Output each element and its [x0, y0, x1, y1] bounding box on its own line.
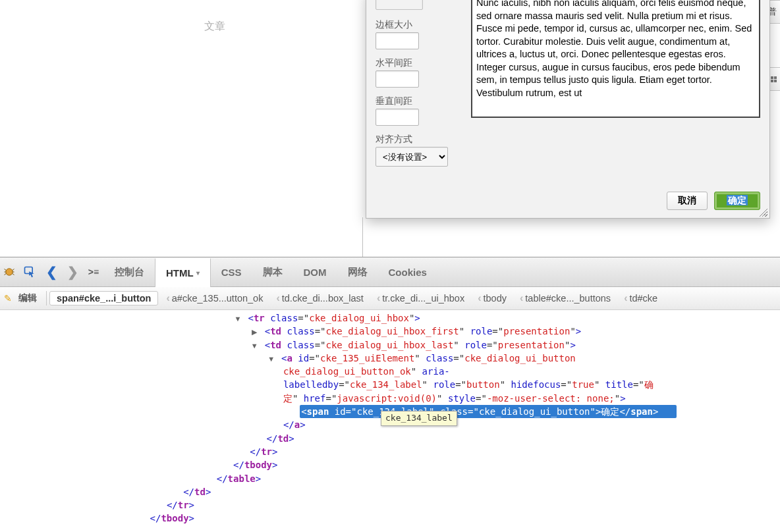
tab-html-label: HTML: [166, 267, 194, 279]
page-upper-region: 文章 普 边框大小 水平间距 垂直间距: [0, 0, 780, 257]
top-input[interactable]: [376, 0, 423, 10]
dialog-resize-handle[interactable]: [758, 207, 767, 217]
dialog-form-column: 边框大小 水平间距 垂直间距 对齐方式 <没有设置>: [376, 0, 458, 174]
tab-network[interactable]: 网络: [337, 257, 378, 286]
dialog-body: 边框大小 水平间距 垂直间距 对齐方式 <没有设置>: [366, 0, 769, 186]
devtools-toolbar: ❮ ❯ >≡ 控制台 HTML ▾ CSS 脚本 DOM 网络 Cookies: [0, 257, 780, 287]
align-label: 对齐方式: [376, 134, 458, 146]
twisty-collapsed-icon[interactable]: ▶: [250, 327, 259, 338]
chevron-left-icon: ‹: [377, 292, 380, 304]
code-line[interactable]: </tbody>: [0, 458, 780, 471]
code-line[interactable]: ▼ <td class="cke_dialog_ui_hbox_last" ro…: [0, 338, 780, 352]
code-line[interactable]: ▶ <td class="cke_dialog_ui_hbox_first" r…: [0, 325, 780, 338]
image-preview-box: Nunc iaculis, nibh non iaculis aliquam, …: [471, 0, 760, 118]
breadcrumb-toggle-button[interactable]: >≡: [83, 257, 104, 286]
devtools-code-panel[interactable]: ▼ <tr class="cke_dialog_ui_hbox"> ▶ <td …: [0, 310, 780, 532]
vspace-label: 垂直间距: [376, 95, 458, 107]
code-line[interactable]: </td>: [0, 432, 780, 445]
tab-script[interactable]: 脚本: [252, 257, 293, 286]
code-line[interactable]: 定" href="javascript:void(0)" style="-moz…: [0, 392, 780, 405]
code-line[interactable]: labelledby="cke_134_label" role="button"…: [0, 378, 780, 391]
code-line[interactable]: </table>: [0, 472, 780, 485]
crumb-5[interactable]: ‹table#cke..._buttons: [515, 292, 616, 304]
code-line[interactable]: </tr>: [0, 498, 780, 512]
tab-console[interactable]: 控制台: [104, 257, 155, 286]
crumb-2[interactable]: ‹td.cke_di...box_last: [271, 292, 368, 304]
chevron-left-icon: ‹: [276, 292, 279, 304]
code-line[interactable]: cke_dialog_ui_button_ok" aria-: [0, 365, 780, 378]
chevron-right-icon: ❯: [67, 264, 78, 280]
tab-css[interactable]: CSS: [211, 257, 252, 286]
border-size-label: 边框大小: [376, 19, 458, 31]
inspect-button[interactable]: [18, 257, 41, 286]
border-size-input[interactable]: [376, 32, 419, 49]
code-line[interactable]: ▼ <tr class="cke_dialog_ui_hbox">: [0, 311, 780, 325]
breadcrumb-icon: >≡: [88, 267, 99, 277]
code-line[interactable]: </td>: [0, 485, 780, 498]
devtools-breadcrumb-row: ✎ 编辑 span#cke_...i_button ‹a#cke_135...u…: [0, 287, 780, 310]
inspect-icon: [23, 265, 36, 279]
attr-tooltip: cke_134_label: [381, 411, 457, 426]
chevron-left-icon: ‹: [478, 292, 481, 304]
ok-button[interactable]: 确定: [714, 192, 760, 210]
chevron-left-icon: ‹: [624, 292, 627, 304]
crumb-selected[interactable]: span#cke_...i_button: [49, 291, 158, 306]
background-label: 文章: [204, 20, 225, 34]
tab-dropdown-icon[interactable]: ▾: [196, 269, 200, 277]
edit-icon[interactable]: ✎: [4, 293, 12, 304]
tab-cookies[interactable]: Cookies: [378, 257, 437, 286]
hspace-input[interactable]: [376, 70, 419, 88]
code-line[interactable]: </tr>: [0, 445, 780, 458]
dialog-footer: 取消 确定: [366, 186, 769, 218]
twisty-expanded-icon[interactable]: ▼: [267, 354, 276, 365]
crumb-prefix: ✎ 编辑: [4, 292, 43, 304]
crumb-6[interactable]: ‹td#cke: [619, 292, 663, 304]
firebug-icon[interactable]: [0, 257, 18, 286]
code-line[interactable]: </tbody>: [0, 512, 780, 525]
page-divider: [362, 217, 363, 257]
code-line[interactable]: ▼ <a id="cke_135_uiElement" class="cke_d…: [0, 352, 780, 365]
tab-html[interactable]: HTML ▾: [155, 258, 211, 287]
nav-forward-button[interactable]: ❯: [62, 257, 83, 286]
chevron-left-icon: ‹: [520, 292, 523, 304]
crumb-separator: [46, 291, 47, 306]
bug-icon: [3, 266, 15, 278]
hspace-label: 水平间距: [376, 57, 458, 69]
cancel-button[interactable]: 取消: [667, 192, 708, 210]
crumb-3[interactable]: ‹tr.cke_di..._ui_hbox: [372, 292, 470, 304]
crumb-4[interactable]: ‹tbody: [472, 292, 512, 304]
image-properties-dialog: 边框大小 水平间距 垂直间距 对齐方式 <没有设置>: [366, 0, 770, 219]
vspace-input[interactable]: [376, 109, 419, 126]
crumb-1[interactable]: ‹a#cke_135...utton_ok: [161, 292, 268, 304]
twisty-expanded-icon[interactable]: ▼: [233, 314, 242, 325]
nav-back-button[interactable]: ❮: [41, 257, 62, 286]
edit-label[interactable]: 编辑: [18, 292, 37, 304]
tab-dom[interactable]: DOM: [293, 257, 337, 286]
ok-button-label: 确定: [727, 195, 748, 205]
align-select[interactable]: <没有设置>: [376, 147, 448, 167]
twisty-expanded-icon[interactable]: ▼: [250, 341, 259, 352]
svg-point-0: [6, 269, 13, 276]
chevron-left-icon: ❮: [46, 264, 57, 280]
chevron-left-icon: ‹: [166, 292, 169, 304]
